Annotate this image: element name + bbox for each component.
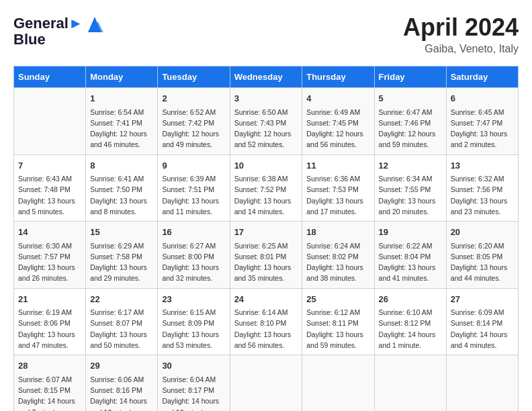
calendar-week-row: 1Sunrise: 6:54 AMSunset: 7:41 PMDaylight… [14, 88, 519, 155]
calendar-cell: 26Sunrise: 6:10 AMSunset: 8:12 PMDayligh… [374, 288, 446, 355]
day-number: 13 [451, 159, 514, 173]
calendar-cell: 11Sunrise: 6:36 AMSunset: 7:53 PMDayligh… [302, 154, 374, 222]
day-info: Sunrise: 6:41 AMSunset: 7:50 PMDaylight:… [90, 173, 153, 217]
day-number: 10 [234, 159, 298, 173]
calendar-cell: 10Sunrise: 6:38 AMSunset: 7:52 PMDayligh… [230, 154, 302, 222]
weekday-header-tuesday: Tuesday [158, 66, 230, 88]
calendar-cell: 19Sunrise: 6:22 AMSunset: 8:04 PMDayligh… [374, 222, 446, 289]
day-info: Sunrise: 6:10 AMSunset: 8:12 PMDaylight:… [379, 307, 442, 351]
calendar-cell: 12Sunrise: 6:34 AMSunset: 7:55 PMDayligh… [374, 154, 446, 222]
day-info: Sunrise: 6:24 AMSunset: 8:02 PMDaylight:… [306, 240, 369, 284]
day-number: 14 [18, 226, 81, 239]
calendar-cell: 24Sunrise: 6:14 AMSunset: 8:10 PMDayligh… [230, 288, 302, 355]
day-info: Sunrise: 6:20 AMSunset: 8:05 PMDaylight:… [451, 240, 514, 284]
day-info: Sunrise: 6:22 AMSunset: 8:04 PMDaylight:… [379, 240, 442, 284]
calendar-cell: 15Sunrise: 6:29 AMSunset: 7:58 PMDayligh… [86, 222, 158, 289]
day-info: Sunrise: 6:17 AMSunset: 8:07 PMDaylight:… [90, 307, 153, 351]
title-area: April 2024 Gaiba, Veneto, Italy [403, 13, 519, 55]
calendar-cell: 3Sunrise: 6:50 AMSunset: 7:43 PMDaylight… [230, 88, 302, 155]
day-number: 28 [18, 359, 81, 373]
day-info: Sunrise: 6:43 AMSunset: 7:48 PMDaylight:… [18, 173, 81, 217]
calendar-body: 1Sunrise: 6:54 AMSunset: 7:41 PMDaylight… [14, 88, 519, 412]
calendar-cell [14, 88, 86, 155]
weekday-header-sunday: Sunday [14, 66, 86, 88]
logo-icon [85, 13, 105, 34]
calendar-cell: 23Sunrise: 6:15 AMSunset: 8:09 PMDayligh… [158, 288, 230, 355]
day-number: 26 [379, 293, 442, 306]
calendar-cell: 30Sunrise: 6:04 AMSunset: 8:17 PMDayligh… [158, 355, 230, 411]
calendar-week-row: 14Sunrise: 6:30 AMSunset: 7:57 PMDayligh… [14, 222, 519, 289]
calendar-cell: 18Sunrise: 6:24 AMSunset: 8:02 PMDayligh… [302, 222, 374, 289]
calendar-cell: 16Sunrise: 6:27 AMSunset: 8:00 PMDayligh… [158, 222, 230, 289]
day-info: Sunrise: 6:34 AMSunset: 7:55 PMDaylight:… [379, 173, 442, 217]
day-info: Sunrise: 6:49 AMSunset: 7:45 PMDaylight:… [306, 107, 369, 150]
calendar-cell [302, 355, 374, 411]
day-number: 6 [451, 92, 514, 105]
calendar-cell: 22Sunrise: 6:17 AMSunset: 8:07 PMDayligh… [86, 288, 158, 355]
day-info: Sunrise: 6:09 AMSunset: 8:14 PMDaylight:… [451, 307, 514, 351]
weekday-header-monday: Monday [86, 66, 158, 88]
day-number: 29 [90, 359, 153, 373]
day-info: Sunrise: 6:52 AMSunset: 7:42 PMDaylight:… [162, 107, 225, 150]
calendar-week-row: 28Sunrise: 6:07 AMSunset: 8:15 PMDayligh… [14, 355, 519, 411]
day-info: Sunrise: 6:29 AMSunset: 7:58 PMDaylight:… [90, 240, 153, 284]
day-info: Sunrise: 6:38 AMSunset: 7:52 PMDaylight:… [234, 173, 298, 217]
day-number: 20 [451, 226, 514, 239]
calendar-cell: 2Sunrise: 6:52 AMSunset: 7:42 PMDaylight… [158, 88, 230, 155]
day-number: 18 [306, 226, 369, 239]
logo: General► Blue [13, 13, 105, 48]
calendar-header: SundayMondayTuesdayWednesdayThursdayFrid… [14, 66, 519, 88]
day-number: 8 [90, 159, 153, 173]
calendar-cell [446, 355, 518, 411]
weekday-header-row: SundayMondayTuesdayWednesdayThursdayFrid… [14, 66, 519, 88]
calendar-cell: 27Sunrise: 6:09 AMSunset: 8:14 PMDayligh… [446, 288, 518, 355]
day-info: Sunrise: 6:36 AMSunset: 7:53 PMDaylight:… [306, 173, 369, 217]
location-title: Gaiba, Veneto, Italy [403, 43, 519, 55]
day-info: Sunrise: 6:15 AMSunset: 8:09 PMDaylight:… [162, 307, 225, 351]
day-number: 4 [306, 92, 369, 105]
day-info: Sunrise: 6:27 AMSunset: 8:00 PMDaylight:… [162, 240, 225, 284]
day-number: 9 [162, 159, 225, 173]
calendar-cell [374, 355, 446, 411]
calendar-cell: 13Sunrise: 6:32 AMSunset: 7:56 PMDayligh… [446, 154, 518, 222]
day-number: 5 [379, 92, 442, 105]
calendar-cell: 29Sunrise: 6:06 AMSunset: 8:16 PMDayligh… [86, 355, 158, 411]
day-number: 2 [162, 92, 225, 105]
weekday-header-friday: Friday [374, 66, 446, 88]
calendar-cell: 20Sunrise: 6:20 AMSunset: 8:05 PMDayligh… [446, 222, 518, 289]
day-info: Sunrise: 6:50 AMSunset: 7:43 PMDaylight:… [234, 107, 298, 150]
day-info: Sunrise: 6:54 AMSunset: 7:41 PMDaylight:… [90, 107, 153, 150]
calendar-cell [230, 355, 302, 411]
day-info: Sunrise: 6:47 AMSunset: 7:46 PMDaylight:… [379, 107, 442, 150]
day-number: 17 [234, 226, 298, 239]
day-info: Sunrise: 6:12 AMSunset: 8:11 PMDaylight:… [306, 307, 369, 351]
day-info: Sunrise: 6:06 AMSunset: 8:16 PMDaylight:… [90, 374, 153, 411]
day-info: Sunrise: 6:19 AMSunset: 8:06 PMDaylight:… [18, 307, 81, 351]
day-number: 15 [90, 226, 153, 239]
day-info: Sunrise: 6:14 AMSunset: 8:10 PMDaylight:… [234, 307, 298, 351]
calendar-cell: 5Sunrise: 6:47 AMSunset: 7:46 PMDaylight… [374, 88, 446, 155]
calendar-cell: 17Sunrise: 6:25 AMSunset: 8:01 PMDayligh… [230, 222, 302, 289]
weekday-header-thursday: Thursday [302, 66, 374, 88]
day-info: Sunrise: 6:45 AMSunset: 7:47 PMDaylight:… [451, 107, 514, 150]
day-info: Sunrise: 6:07 AMSunset: 8:15 PMDaylight:… [18, 374, 81, 411]
calendar-cell: 21Sunrise: 6:19 AMSunset: 8:06 PMDayligh… [14, 288, 86, 355]
day-number: 12 [379, 159, 442, 173]
weekday-header-wednesday: Wednesday [230, 66, 302, 88]
day-number: 22 [90, 293, 153, 306]
day-number: 23 [162, 293, 225, 306]
page-header: General► Blue April 2024 Gaiba, Veneto, … [13, 13, 519, 55]
day-number: 1 [90, 92, 153, 105]
calendar-cell: 28Sunrise: 6:07 AMSunset: 8:15 PMDayligh… [14, 355, 86, 411]
day-info: Sunrise: 6:30 AMSunset: 7:57 PMDaylight:… [18, 240, 81, 284]
day-number: 7 [18, 159, 81, 173]
calendar-week-row: 21Sunrise: 6:19 AMSunset: 8:06 PMDayligh… [14, 288, 519, 355]
day-number: 3 [234, 92, 298, 105]
day-info: Sunrise: 6:32 AMSunset: 7:56 PMDaylight:… [451, 173, 514, 217]
day-info: Sunrise: 6:25 AMSunset: 8:01 PMDaylight:… [234, 240, 298, 284]
day-number: 21 [18, 293, 81, 306]
day-info: Sunrise: 6:04 AMSunset: 8:17 PMDaylight:… [162, 374, 225, 411]
day-number: 11 [306, 159, 369, 173]
calendar-cell: 7Sunrise: 6:43 AMSunset: 7:48 PMDaylight… [14, 154, 86, 222]
day-number: 30 [162, 359, 225, 373]
